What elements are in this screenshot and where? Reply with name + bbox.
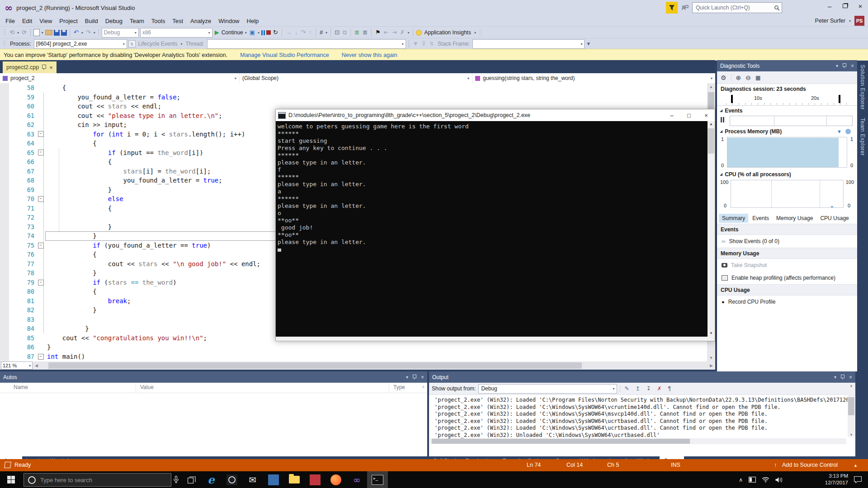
outline-margin[interactable] [34, 139, 47, 148]
menu-item-team[interactable]: Team [126, 15, 148, 26]
outline-margin[interactable] [34, 213, 47, 222]
suspend-icon[interactable]: ↯ [428, 39, 435, 48]
manage-performance-link[interactable]: Manage Visual Studio Performance [240, 52, 329, 58]
prev-bookmark-icon[interactable]: ⇤ [383, 28, 390, 37]
output-window-icon[interactable]: ≣ [354, 28, 360, 37]
undo-icon[interactable]: ↶ [73, 28, 80, 37]
menu-item-build[interactable]: Build [81, 15, 102, 26]
find-message-icon[interactable]: ✎ [623, 385, 630, 392]
reset-view-icon[interactable]: ▦ [755, 75, 760, 81]
member-dropdown[interactable]: guessing(string stars, string the_word) … [472, 73, 715, 83]
menu-item-debug[interactable]: Debug [102, 15, 126, 26]
taskbar-clock[interactable]: 3:13 PM 12/7/2017 [825, 473, 848, 486]
send-feedback-icon[interactable] [681, 5, 689, 11]
console-maximize-button[interactable]: □ [680, 110, 698, 121]
output-vertical-scrollbar[interactable]: ▲ ▼ [848, 384, 855, 437]
outline-margin[interactable] [34, 287, 47, 296]
wifi-icon[interactable] [762, 477, 769, 483]
chevron-down-icon[interactable]: ▾ [81, 31, 84, 35]
toolbar-grip-icon[interactable] [3, 29, 6, 36]
toolbar-grip-icon[interactable] [3, 40, 6, 47]
taskbar-app-app-dark-icon[interactable] [222, 471, 242, 488]
console-close-button[interactable]: × [698, 110, 715, 121]
taskbar-app-visual-studio-icon[interactable]: ∞ [346, 471, 367, 488]
autos-header[interactable]: Autos ▾ × [0, 371, 427, 383]
navigate-forward-icon[interactable]: ⟳ [21, 28, 28, 37]
chevron-down-icon[interactable]: ▾ [180, 42, 183, 46]
microphone-icon[interactable] [169, 471, 183, 488]
column-type[interactable]: Type [393, 384, 405, 390]
zoom-in-icon[interactable]: ⊕ [736, 74, 741, 81]
menu-item-window[interactable]: Window [215, 15, 243, 26]
window-position-icon[interactable]: ▾ [836, 63, 838, 68]
outline-margin[interactable] [34, 324, 47, 333]
tray-chevron-icon[interactable]: ∧ [739, 477, 743, 483]
scroll-left-icon[interactable]: ◀ [33, 363, 40, 368]
scrollbar-thumb[interactable] [432, 439, 690, 444]
console-minimize-button[interactable]: – [663, 110, 680, 121]
chevron-down-icon[interactable]: ▾ [257, 31, 260, 35]
outline-margin[interactable]: − [34, 194, 47, 204]
scroll-down-icon[interactable]: ▼ [708, 330, 715, 337]
taskbar-app-app-red-icon[interactable] [305, 471, 326, 488]
quick-launch-input[interactable]: Quick Launch (Ctrl+Q) [692, 2, 782, 13]
console-scrollbar[interactable]: ▲ ▼ [708, 121, 715, 337]
close-button[interactable]: × [853, 0, 868, 12]
cpu-section-header[interactable]: ◢ CPU (% of all processors) [717, 169, 857, 179]
diag-tab-events[interactable]: Events [749, 214, 772, 223]
outline-margin[interactable] [34, 185, 47, 195]
volume-icon[interactable] [775, 477, 783, 483]
close-tab-icon[interactable]: × [49, 64, 53, 71]
diag-tab-memory-usage[interactable]: Memory Usage [773, 214, 816, 223]
outline-margin[interactable]: − [34, 352, 47, 361]
outline-margin[interactable] [34, 83, 47, 93]
output-source-dropdown[interactable]: Debug ▾ [478, 384, 617, 394]
outline-margin[interactable] [34, 333, 47, 343]
outline-margin[interactable] [34, 231, 47, 241]
console-window[interactable]: D:\modules\Peter\intro_to_programing\8th… [275, 109, 715, 341]
output-log[interactable]: 'progect_2.exe' (Win32): Loaded 'C:\Prog… [429, 395, 855, 442]
scroll-up-icon[interactable]: ▲ [708, 121, 715, 127]
user-account-menu[interactable]: Peter Surfer [815, 18, 845, 24]
scrollbar-thumb[interactable] [708, 128, 714, 154]
outline-margin[interactable] [34, 167, 47, 176]
outline-margin[interactable] [34, 222, 47, 232]
scroll-up-icon[interactable]: ▲ [848, 384, 855, 388]
outline-margin[interactable] [34, 259, 47, 269]
clear-bookmarks-icon[interactable]: ✗ [399, 28, 406, 37]
save-icon[interactable] [54, 30, 60, 36]
outline-margin[interactable]: − [34, 278, 47, 287]
outline-margin[interactable] [34, 111, 47, 121]
pin-icon[interactable] [42, 65, 46, 69]
diag-tab-summary[interactable]: Summary [719, 214, 748, 223]
close-icon[interactable]: × [851, 63, 854, 69]
close-icon[interactable]: × [421, 374, 424, 380]
tab-progect2-cpp[interactable]: progect2.cpp × [3, 61, 57, 73]
menu-item-file[interactable]: File [2, 15, 19, 26]
clear-all-icon[interactable]: ✗ [656, 385, 663, 392]
outline-margin[interactable] [34, 268, 47, 278]
outline-margin[interactable] [34, 204, 47, 213]
stack-frame-combo[interactable]: ▾ [472, 39, 585, 49]
outline-margin[interactable] [34, 305, 47, 315]
break-all-icon[interactable] [261, 30, 265, 35]
feedback-filter-icon[interactable] [666, 2, 678, 14]
collapse-region-icon[interactable]: − [38, 196, 44, 202]
show-next-statement-icon[interactable]: → [285, 28, 292, 37]
outline-margin[interactable] [34, 120, 47, 130]
settings-gear-icon[interactable]: ⚙ [721, 74, 726, 81]
chevron-down-icon[interactable]: ▾ [474, 31, 476, 35]
output-header[interactable]: Output ▾ × [429, 371, 855, 383]
show-events-link[interactable]: ∞ Show Events (0 of 0) [717, 235, 857, 248]
lifecycle-icon[interactable]: ↯ [128, 40, 136, 47]
autos-body[interactable] [0, 393, 427, 446]
scroll-down-icon[interactable]: ▼ [707, 354, 715, 361]
redo-icon[interactable]: ↷ [85, 28, 92, 37]
step-over-icon[interactable]: ↷ [300, 28, 307, 37]
new-file-icon[interactable] [33, 29, 40, 36]
scrollbar-thumb[interactable] [848, 397, 854, 415]
pause-events-icon[interactable] [721, 117, 724, 122]
scope-dropdown[interactable]: (Global Scope) ▾ [240, 73, 472, 83]
menu-item-edit[interactable]: Edit [19, 15, 36, 26]
attach-icon[interactable]: ▣ [249, 28, 256, 37]
